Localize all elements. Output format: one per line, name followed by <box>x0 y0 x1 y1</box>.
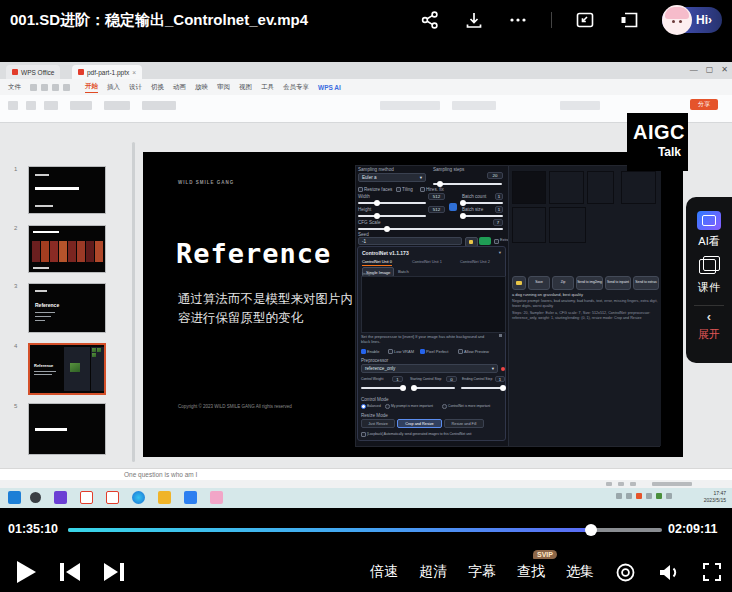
play-button[interactable] <box>14 559 38 585</box>
end-step-slider[interactable] <box>461 387 505 389</box>
quality-button[interactable]: 超清 <box>419 563 447 581</box>
gallery-image-2[interactable] <box>587 171 614 204</box>
start-step-slider[interactable] <box>413 387 455 389</box>
next-button[interactable] <box>102 561 126 583</box>
crop-and-resize-button[interactable]: Crop and Resize <box>397 419 442 428</box>
courseware-icon[interactable] <box>699 259 716 274</box>
send-to-inpaint-button[interactable]: Send to inpaint <box>605 276 631 290</box>
slide-thumbnail-1[interactable] <box>28 166 106 214</box>
controlnet-unit2-tab[interactable]: ControlNet Unit 2 <box>460 259 490 264</box>
end-step-value[interactable]: 1 <box>495 376 505 382</box>
batch-size-slider[interactable] <box>462 215 503 217</box>
menu-member[interactable]: 会员专享 <box>283 83 309 92</box>
zip-button[interactable]: Zip <box>552 276 574 290</box>
slide-thumbnail-2[interactable] <box>28 225 106 273</box>
more-options-icon[interactable] <box>507 9 529 31</box>
search-icon[interactable] <box>30 492 41 503</box>
height-value[interactable]: 512 <box>428 206 445 213</box>
send-to-img2img-button[interactable]: Send to img2img <box>576 276 603 290</box>
tiling-checkbox[interactable] <box>396 187 401 192</box>
redo-icon[interactable] <box>52 84 59 91</box>
batch-count-slider[interactable] <box>462 202 503 204</box>
tray-icon[interactable] <box>636 493 642 499</box>
wps-app-icon[interactable] <box>80 491 93 504</box>
toolbar-icon[interactable] <box>104 101 130 110</box>
undo-icon[interactable] <box>41 84 48 91</box>
sampling-steps-slider[interactable] <box>433 183 502 185</box>
toolbar-icon[interactable] <box>26 101 36 110</box>
preprocessor-dropdown[interactable]: reference_only▾ <box>361 364 498 373</box>
low-vram-checkbox[interactable] <box>388 349 393 354</box>
menu-tools[interactable]: 工具 <box>261 83 274 92</box>
gallery-image-3[interactable] <box>621 171 656 204</box>
menu-animation[interactable]: 动画 <box>173 83 186 92</box>
controlnet-unit0-tab[interactable]: ControlNet Unit 0 <box>362 259 392 266</box>
previous-button[interactable] <box>58 561 82 583</box>
tray-icon[interactable] <box>666 493 672 499</box>
controlnet-image-area[interactable] <box>361 276 506 333</box>
menu-wps-ai[interactable]: WPS AI <box>318 84 341 91</box>
collapse-chevron-icon[interactable]: ‹ <box>686 309 732 324</box>
seed-input[interactable]: -1 <box>358 237 462 245</box>
height-slider[interactable] <box>358 215 426 217</box>
wps-home-tab[interactable]: WPS Office <box>6 65 60 79</box>
view-icon[interactable] <box>618 482 624 486</box>
share-icon[interactable] <box>419 9 441 31</box>
menu-review[interactable]: 审阅 <box>217 83 230 92</box>
progress-thumb[interactable] <box>585 524 597 536</box>
controlnet-unit1-tab[interactable]: ControlNet Unit 1 <box>412 259 442 264</box>
toolbar-icon[interactable] <box>44 101 58 110</box>
reuse-seed-button[interactable] <box>479 237 491 245</box>
print-icon[interactable] <box>63 84 70 91</box>
slide-thumbnail-3[interactable]: Reference <box>28 283 106 333</box>
picture-in-picture-icon[interactable] <box>574 9 596 31</box>
view-icon[interactable] <box>606 482 612 486</box>
expand-label[interactable]: 展开 <box>686 327 732 342</box>
just-resize-button[interactable]: Just Resize <box>361 419 395 428</box>
menu-design[interactable]: 设计 <box>129 83 142 92</box>
close-icon[interactable]: ✕ <box>721 65 728 74</box>
menu-file[interactable]: 文件 <box>8 83 21 92</box>
slide-thumbnail-4-current[interactable]: Reference <box>28 343 106 395</box>
view-icon[interactable] <box>630 482 636 486</box>
tray-icon[interactable] <box>656 493 662 499</box>
subtitles-button[interactable]: 字幕 <box>468 563 496 581</box>
maximize-icon[interactable]: ▢ <box>706 65 714 74</box>
control-weight-slider[interactable] <box>361 387 405 389</box>
edge-browser-icon[interactable] <box>132 491 145 504</box>
cfg-scale-slider[interactable] <box>358 228 503 230</box>
toolbar-icon[interactable] <box>560 101 600 110</box>
prompt-important-radio[interactable] <box>385 404 390 409</box>
menu-home[interactable]: 开始 <box>85 82 98 93</box>
run-preprocessor-dot[interactable] <box>501 367 505 371</box>
toolbar-icon[interactable] <box>70 101 92 110</box>
progress-bar[interactable] <box>68 528 662 532</box>
wps-document-tab[interactable]: pdf-part-1.pptx × <box>72 65 142 79</box>
mini-window-icon[interactable] <box>618 9 640 31</box>
gallery-grid-thumbnail[interactable] <box>512 171 546 204</box>
toolbar-icon[interactable] <box>8 101 18 110</box>
pixel-perfect-checkbox[interactable] <box>420 349 425 354</box>
courseware-label[interactable]: 课件 <box>686 280 732 295</box>
cfg-scale-value[interactable]: 7 <box>493 219 503 226</box>
record-target-icon[interactable] <box>615 562 636 583</box>
chat-app-icon[interactable] <box>184 491 197 504</box>
video-player-app-icon[interactable] <box>54 491 67 504</box>
toolbar-icon[interactable] <box>452 101 496 110</box>
balanced-radio[interactable] <box>361 404 366 409</box>
fullscreen-icon[interactable] <box>702 562 722 582</box>
ai-watch-icon[interactable] <box>697 211 721 230</box>
open-folder-button[interactable] <box>512 276 526 290</box>
input-dog-image[interactable] <box>402 279 462 330</box>
gallery-image-5[interactable] <box>549 207 586 243</box>
swap-dimensions-button[interactable] <box>449 203 457 211</box>
volume-icon[interactable] <box>657 562 681 583</box>
taskbar-clock[interactable]: 17:47 2023/5/15 <box>704 490 726 504</box>
sampling-method-dropdown[interactable]: Euler a▾ <box>358 173 426 182</box>
wps-share-button[interactable]: 分享 <box>690 99 718 110</box>
batch-tab[interactable]: Batch <box>398 269 409 274</box>
ai-watch-label[interactable]: AI看 <box>686 234 732 249</box>
zoom-slider[interactable] <box>652 482 692 486</box>
controlnet-important-radio[interactable] <box>442 404 447 409</box>
account-button[interactable]: Hi › <box>662 7 722 33</box>
